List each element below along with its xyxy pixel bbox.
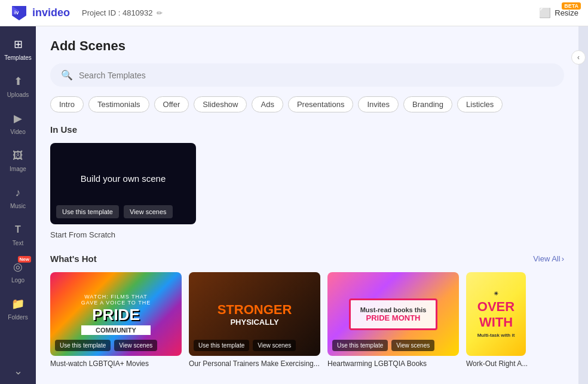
- more-icon: ⌄: [10, 362, 26, 379]
- view-all-button[interactable]: View All ›: [533, 254, 564, 263]
- build-own-card[interactable]: Build your own scene Use this template V…: [50, 143, 196, 224]
- books-pride-month-text: PRIDE MONTH: [360, 313, 427, 322]
- sidebar-item-label: Uploads: [7, 92, 29, 98]
- sidebar-item-video[interactable]: ▶ Video: [2, 105, 33, 140]
- books-view-scenes-button[interactable]: View scenes: [391, 340, 434, 351]
- sidebar-item-label: Templates: [4, 54, 32, 61]
- chip-branding[interactable]: Branding: [403, 96, 452, 112]
- chip-testimonials[interactable]: Testimonials: [88, 96, 149, 112]
- chip-ads[interactable]: Ads: [252, 96, 283, 112]
- workout-card-bg: ☀ OVERWITH Multi-task with it: [466, 272, 526, 356]
- whats-hot-title: What's Hot: [50, 254, 97, 264]
- sidebar-item-folders[interactable]: 📁 Folders: [2, 291, 33, 325]
- pride-card-label: Must-watch LGBTQIA+ Movies: [50, 359, 182, 368]
- stronger-main-text: STRONGER: [218, 302, 292, 318]
- svg-text:iv: iv: [14, 10, 19, 16]
- sidebar-item-label: Video: [10, 129, 25, 135]
- chip-offer[interactable]: Offer: [154, 96, 189, 112]
- build-card-text: Build your own scene: [81, 173, 166, 184]
- resize-label: Resize: [555, 8, 578, 17]
- search-bar: 🔍: [50, 63, 564, 87]
- whats-hot-header: What's Hot View All ›: [50, 254, 564, 264]
- sidebar-item-more[interactable]: ⌄: [2, 358, 33, 384]
- project-id-area: Project ID : 4810932 ✏: [82, 8, 163, 17]
- chip-invites[interactable]: Invites: [358, 96, 399, 112]
- new-badge: New: [18, 256, 31, 263]
- books-card[interactable]: Must-read books this PRIDE MONTH Use thi…: [327, 272, 459, 356]
- sidebar-item-label: Logo: [11, 277, 24, 284]
- resize-button[interactable]: ⬜ Resize BETA: [539, 7, 578, 19]
- filter-chips: Intro Testimonials Offer Slideshow Ads P…: [50, 96, 564, 112]
- page-title: Add Scenes: [50, 38, 564, 54]
- video-icon: ▶: [10, 110, 26, 127]
- image-icon: 🖼: [10, 147, 26, 164]
- beta-badge: BETA: [562, 2, 581, 10]
- use-template-button[interactable]: Use this template: [56, 205, 119, 218]
- sidebar-item-label: Folders: [8, 314, 27, 321]
- books-use-template-button[interactable]: Use this template: [332, 340, 388, 351]
- stronger-view-scenes-button[interactable]: View scenes: [253, 340, 296, 351]
- books-card-buttons: Use this template View scenes: [332, 340, 434, 351]
- sidebar-item-templates[interactable]: ⊞ Templates: [2, 31, 33, 66]
- chip-listicles[interactable]: Listicles: [457, 96, 503, 112]
- stronger-card-buttons: Use this template View scenes: [194, 340, 296, 351]
- project-id-label: Project ID : 4810932: [82, 8, 153, 17]
- books-card-label: Heartwarming LGBTQIA Books: [327, 359, 459, 368]
- start-from-scratch-label: Start From Scratch: [50, 230, 564, 239]
- uploads-icon: ⬆: [10, 73, 26, 90]
- pride-view-scenes-button[interactable]: View scenes: [114, 340, 157, 351]
- template-grid: WATCH: FILMS THATGAVE A VOICE TO THE PRI…: [50, 272, 564, 368]
- build-card-buttons: Use this template View scenes: [56, 205, 173, 218]
- sidebar-item-label: Text: [13, 240, 23, 246]
- stronger-text: STRONGER PHYSICALLY: [218, 302, 292, 327]
- search-input[interactable]: [79, 71, 553, 80]
- stronger-card[interactable]: STRONGER PHYSICALLY Use this template Vi…: [189, 272, 320, 356]
- collapse-button[interactable]: ‹: [571, 50, 586, 65]
- sidebar: ⊞ Templates ⬆ Uploads ▶ Video 🖼 Image ♪ …: [0, 26, 36, 384]
- pride-card[interactable]: WATCH: FILMS THATGAVE A VOICE TO THE PRI…: [50, 272, 182, 356]
- workout-over-text: ☀: [494, 291, 498, 297]
- in-use-section-title: In Use: [50, 124, 564, 135]
- pride-use-template-button[interactable]: Use this template: [55, 340, 111, 351]
- chevron-right-icon: ›: [562, 254, 564, 263]
- sidebar-item-text[interactable]: T Text: [2, 217, 33, 251]
- chip-presentations[interactable]: Presentations: [288, 96, 354, 112]
- stronger-card-label: Our Personal Trainers Make Exercising...: [189, 359, 320, 368]
- chip-slideshow[interactable]: Slideshow: [194, 96, 247, 112]
- pride-card-buttons: Use this template View scenes: [55, 340, 157, 351]
- stronger-sub-text: PHYSICALLY: [218, 318, 292, 327]
- text-icon: T: [10, 221, 26, 238]
- sidebar-item-image[interactable]: 🖼 Image: [2, 142, 33, 177]
- pride-watch-text: WATCH: FILMS THATGAVE A VOICE TO THE: [81, 294, 151, 306]
- stronger-use-template-button[interactable]: Use this template: [194, 340, 249, 351]
- main-layout: ⊞ Templates ⬆ Uploads ▶ Video 🖼 Image ♪ …: [0, 26, 588, 384]
- books-text: Must-read books this PRIDE MONTH: [349, 298, 438, 330]
- resize-icon: ⬜: [539, 7, 551, 19]
- templates-icon: ⊞: [10, 36, 26, 53]
- sidebar-item-logo[interactable]: New ◎ Logo: [2, 254, 33, 288]
- sidebar-item-label: Image: [10, 166, 26, 172]
- pride-community-text: COMMUNITY: [81, 325, 151, 335]
- sidebar-item-label: Music: [10, 203, 26, 209]
- pride-text-overlay: WATCH: FILMS THATGAVE A VOICE TO THE PRI…: [81, 294, 151, 335]
- workout-card-label: Work-Out Right A...: [466, 359, 528, 368]
- workout-card[interactable]: ☀ OVERWITH Multi-task with it: [466, 272, 526, 356]
- logo-text: invideo: [32, 7, 70, 19]
- invideo-logo: iv: [10, 4, 29, 23]
- sidebar-item-music[interactable]: ♪ Music: [2, 179, 33, 214]
- chip-intro[interactable]: Intro: [50, 96, 84, 112]
- sidebar-item-uploads[interactable]: ⬆ Uploads: [2, 68, 33, 103]
- content-area: Add Scenes 🔍 Intro Testimonials Offer Sl…: [36, 26, 578, 384]
- logo-area: iv invideo: [10, 4, 70, 23]
- view-all-label: View All: [533, 254, 560, 263]
- view-scenes-button[interactable]: View scenes: [124, 205, 173, 218]
- edit-icon[interactable]: ✏: [157, 9, 163, 17]
- search-icon: 🔍: [61, 69, 73, 81]
- workout-sub-text: Multi-task with it: [477, 333, 515, 338]
- music-icon: ♪: [10, 184, 26, 201]
- workout-main-text: OVERWITH: [477, 299, 514, 330]
- collapse-icon: ‹: [577, 53, 580, 62]
- right-panel: ‹: [578, 26, 588, 384]
- folders-icon: 📁: [10, 295, 26, 312]
- pride-main-text: PRIDE: [81, 306, 151, 324]
